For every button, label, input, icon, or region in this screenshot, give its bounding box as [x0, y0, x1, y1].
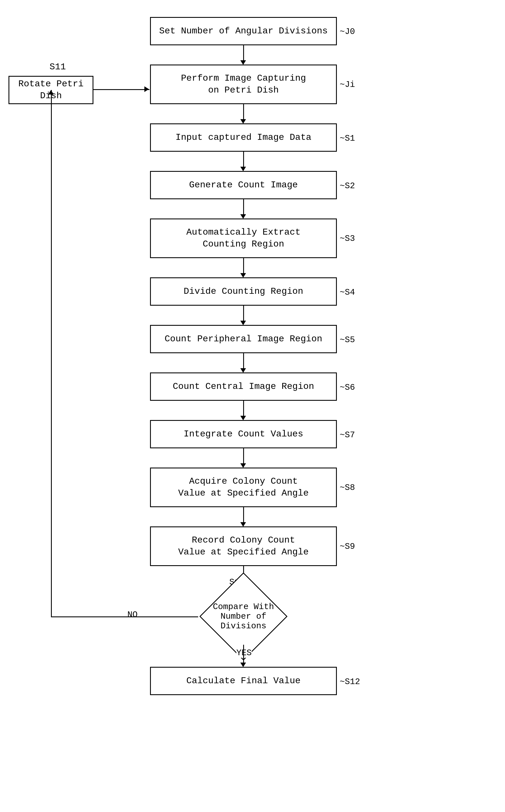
- ref-S9: ~S9: [340, 542, 355, 551]
- box-S1: Input captured Image Data: [150, 124, 337, 152]
- arrowhead-S6-S7: [240, 416, 246, 420]
- box-S2: Generate Count Image: [150, 171, 337, 199]
- ref-S6: ~S6: [340, 383, 355, 392]
- box-J0-label: Set Number of Angular Divisions: [159, 25, 328, 37]
- flowchart: Set Number of Angular Divisions ~J0 Perf…: [0, 0, 505, 812]
- arrowhead-S8-S9: [240, 522, 246, 527]
- arrow-S3-S4: [243, 258, 244, 275]
- arrow-S2-S3: [243, 199, 244, 216]
- box-S5: Count Peripheral Image Region: [150, 325, 337, 353]
- box-S8-label: Acquire Colony CountValue at Specified A…: [178, 475, 309, 499]
- ref-Ji: ~Ji: [340, 80, 355, 89]
- arrowhead-S1-S2: [240, 167, 246, 171]
- label-no: NO: [127, 610, 138, 620]
- arrowhead-J0-Ji: [240, 60, 246, 65]
- ref-S8: ~S8: [340, 483, 355, 492]
- ref-J0: ~J0: [340, 27, 355, 36]
- arrowhead-S7-S8: [240, 463, 246, 468]
- arrow-S7-S8: [243, 448, 244, 465]
- box-S6: Count Central Image Region: [150, 373, 337, 401]
- box-S8: Acquire Colony CountValue at Specified A…: [150, 467, 337, 507]
- arrowhead-S4-S5: [240, 321, 246, 325]
- arrow-Ji-S1: [243, 104, 244, 121]
- ref-S7: ~S7: [340, 430, 355, 440]
- arrow-S5-S6: [243, 353, 244, 370]
- arrow-no-v: [51, 90, 52, 617]
- ref-S12: ~S12: [340, 677, 360, 686]
- box-S9: Record Colony CountValue at Specified An…: [150, 527, 337, 566]
- box-S4: Divide Counting Region: [150, 277, 337, 306]
- ref-S2: ~S2: [340, 181, 355, 191]
- box-S2-label: Generate Count Image: [189, 179, 298, 191]
- arrowhead-S2-S3: [240, 214, 246, 219]
- box-S3-label: Automatically ExtractCounting Region: [186, 226, 300, 250]
- diamond-S10-label: Compare WithNumber of Divisions: [198, 602, 289, 631]
- box-S5-label: Count Peripheral Image Region: [165, 333, 322, 345]
- ref-S5: ~S5: [340, 335, 355, 345]
- arrow-S4-S5: [243, 306, 244, 323]
- box-Ji-label: Perform Image Capturingon Petri Dish: [181, 72, 306, 96]
- arrowhead-S3-S4: [240, 273, 246, 278]
- arrow-rotate-Ji: [94, 89, 149, 90]
- label-S11: S11: [49, 62, 66, 72]
- box-S6-label: Count Central Image Region: [173, 381, 314, 393]
- label-yes: YES: [236, 648, 251, 658]
- arrow-S6-S7: [243, 401, 244, 418]
- box-S9-label: Record Colony CountValue at Specified An…: [178, 534, 309, 558]
- box-Ji: Perform Image Capturingon Petri Dish: [150, 64, 337, 104]
- box-S12-label: Calculate Final Value: [186, 675, 300, 687]
- box-S12: Calculate Final Value: [150, 667, 337, 695]
- box-S1-label: Input captured Image Data: [175, 132, 311, 144]
- arrowhead-yes-down: [240, 662, 246, 667]
- arrowhead-rotate-Ji: [144, 86, 149, 92]
- diamond-S10: Compare WithNumber of Divisions: [198, 588, 289, 645]
- ref-S1: ~S1: [340, 134, 355, 143]
- arrowhead-S5-S6: [240, 368, 246, 373]
- arrow-S8-S9: [243, 507, 244, 524]
- box-S3: Automatically ExtractCounting Region: [150, 218, 337, 258]
- arrowhead-Ji-S1: [240, 119, 246, 124]
- ref-S4: ~S4: [340, 287, 355, 297]
- arrow-no-h: [51, 616, 198, 617]
- box-S7: Integrate Count Values: [150, 420, 337, 448]
- arrow-yes-v: [243, 645, 244, 664]
- ref-S3: ~S3: [340, 234, 355, 243]
- box-J0: Set Number of Angular Divisions: [150, 17, 337, 45]
- box-S7-label: Integrate Count Values: [184, 428, 303, 440]
- box-S4-label: Divide Counting Region: [184, 285, 303, 297]
- arrowhead-no-up: [48, 90, 54, 94]
- arrow-S1-S2: [243, 152, 244, 169]
- arrow-J0-Ji: [243, 45, 244, 62]
